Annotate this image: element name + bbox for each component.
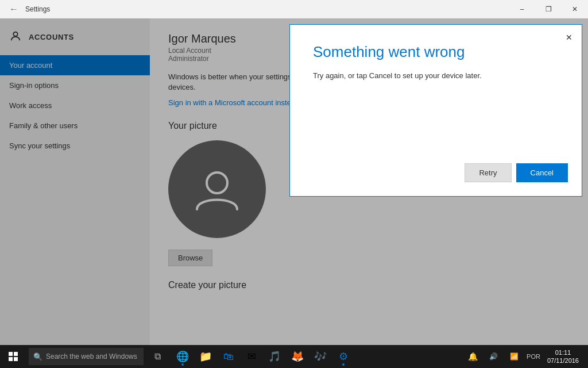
dialog-close-button[interactable]: ✕ bbox=[561, 29, 577, 45]
retry-button[interactable]: Retry bbox=[465, 163, 511, 182]
restore-button[interactable]: ❐ bbox=[535, 0, 562, 18]
svg-rect-2 bbox=[9, 352, 13, 356]
window-controls: – ❐ ✕ bbox=[509, 0, 588, 18]
back-button[interactable]: ← bbox=[5, 0, 23, 18]
dialog-body: Something went wrong Try again, or tap C… bbox=[290, 25, 582, 154]
title-bar: ← Settings – ❐ ✕ bbox=[0, 0, 588, 18]
svg-rect-3 bbox=[14, 352, 18, 356]
taskbar: 🔍 Search the web and Windows ⧉ 🌐 📁 🛍 ✉ 🎵… bbox=[0, 345, 588, 368]
search-box[interactable]: 🔍 Search the web and Windows bbox=[29, 348, 144, 365]
start-button[interactable] bbox=[0, 345, 26, 368]
taskbar-right: 🔔 🔊 📶 POR 01:11 07/11/2016 bbox=[462, 345, 588, 368]
language-indicator[interactable]: POR bbox=[524, 345, 543, 368]
pinned-app2[interactable]: 🎶 bbox=[309, 345, 332, 368]
pinned-file-explorer[interactable]: 📁 bbox=[194, 345, 217, 368]
pinned-media[interactable]: 🎵 bbox=[263, 345, 286, 368]
search-placeholder: Search the web and Windows bbox=[46, 352, 137, 361]
svg-rect-5 bbox=[14, 357, 18, 361]
volume-icon[interactable]: 🔊 bbox=[483, 345, 504, 368]
title-bar-text: Settings bbox=[25, 5, 50, 13]
dialog-title: Something went wrong bbox=[313, 43, 559, 61]
dialog-message: Try again, or tap Cancel to set up your … bbox=[313, 70, 559, 82]
clock[interactable]: 01:11 07/11/2016 bbox=[543, 348, 583, 365]
task-view-button[interactable]: ⧉ bbox=[146, 345, 169, 368]
dialog-overlay: ✕ Something went wrong Try again, or tap… bbox=[0, 18, 588, 345]
notification-icon[interactable]: 🔔 bbox=[462, 345, 483, 368]
pinned-edge[interactable]: 🌐 bbox=[171, 345, 194, 368]
pinned-settings[interactable]: ⚙ bbox=[332, 345, 355, 368]
pinned-apps: 🌐 📁 🛍 ✉ 🎵 🦊 🎶 ⚙ bbox=[171, 345, 355, 368]
cancel-button[interactable]: Cancel bbox=[516, 163, 568, 182]
svg-rect-4 bbox=[9, 357, 13, 361]
pinned-firefox[interactable]: 🦊 bbox=[286, 345, 309, 368]
pinned-mail[interactable]: ✉ bbox=[240, 345, 263, 368]
network-icon[interactable]: 📶 bbox=[504, 345, 524, 368]
pinned-store[interactable]: 🛍 bbox=[217, 345, 240, 368]
taskbar-icons: ⧉ bbox=[146, 345, 169, 368]
dialog-footer: Retry Cancel bbox=[290, 154, 582, 196]
error-dialog: ✕ Something went wrong Try again, or tap… bbox=[289, 24, 582, 197]
close-button[interactable]: ✕ bbox=[562, 0, 588, 18]
minimize-button[interactable]: – bbox=[509, 0, 535, 18]
